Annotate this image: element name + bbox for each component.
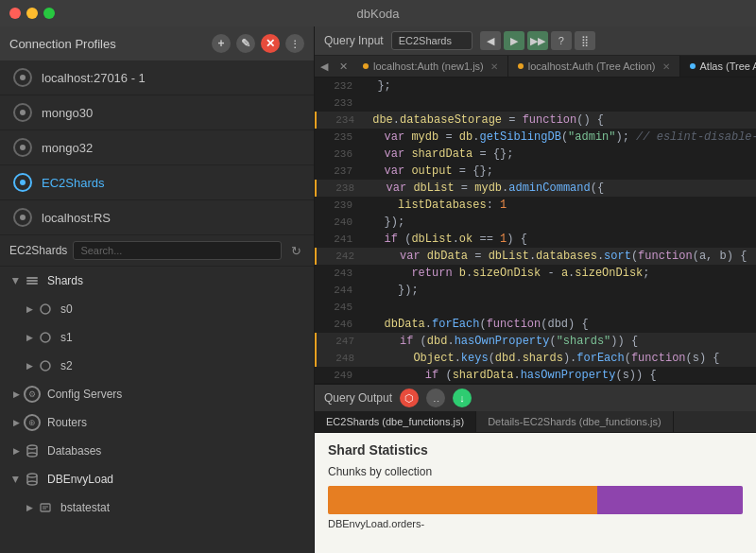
svg-point-6 xyxy=(27,445,37,449)
main-layout: Connection Profiles + ✎ ✕ ⋮ localhost:27… xyxy=(0,26,756,553)
connection-label: EC2Shards xyxy=(42,176,104,190)
output-content: Shard Statistics Chunks by collection DB… xyxy=(315,433,756,553)
bstatestat-icon xyxy=(36,498,55,517)
shards-label: Shards xyxy=(47,274,304,287)
chevron-icon: ▶ xyxy=(23,501,36,514)
svg-point-3 xyxy=(41,304,50,314)
config-servers-label: Config Servers xyxy=(47,388,304,401)
tree-connection-label: EC2Shards xyxy=(9,244,67,257)
tab-localhost-auth-new1[interactable]: localhost:Auth (new1.js) ✕ xyxy=(353,56,508,77)
play-button[interactable]: ▶ xyxy=(504,31,524,50)
connection-item-localhostrs[interactable]: localhost:RS xyxy=(0,200,314,235)
chevron-icon: ▶ xyxy=(9,473,23,486)
tree-group-routers[interactable]: ▶ ⊕ Routers xyxy=(0,408,314,437)
databases-label: Databases xyxy=(47,444,304,458)
chunks-by-collection-title: Chunks by collection xyxy=(328,465,743,478)
connection-profiles-header: Connection Profiles + ✎ ✕ ⋮ xyxy=(0,26,314,60)
shard-s1-label: s1 xyxy=(60,331,304,344)
code-editor[interactable]: 232 }; 233 234 dbe.databaseStorage = fun… xyxy=(315,78,756,383)
output-download-button[interactable]: ↓ xyxy=(453,389,472,407)
code-line: 245 xyxy=(315,299,756,316)
tree-group-dbenvyload[interactable]: ▶ DBEnvyLoad xyxy=(0,465,314,493)
shard-s1-icon xyxy=(36,328,55,347)
dbenvyload-label: DBEnvyLoad xyxy=(47,473,304,486)
sidebar: Connection Profiles + ✎ ✕ ⋮ localhost:27… xyxy=(0,26,315,553)
svg-point-4 xyxy=(41,333,50,342)
title-bar: dbKoda xyxy=(0,0,756,26)
minimize-button[interactable] xyxy=(26,8,38,19)
tab-nav-prev[interactable]: ◀ xyxy=(315,57,334,77)
tab-bar: ◀ ✕ localhost:Auth (new1.js) ✕ localhost… xyxy=(315,56,756,78)
refresh-button[interactable]: ↻ xyxy=(287,242,304,259)
right-panel: Query Input EC2Shards ◀ ▶ ▶▶ ? ⣿ ◀ ✕ loc… xyxy=(315,26,756,553)
code-line: 249 if (shardData.hasOwnProperty(s)) { xyxy=(315,367,756,383)
output-pause-button[interactable]: ‥ xyxy=(426,389,445,407)
search-input[interactable] xyxy=(73,241,282,260)
close-connection-button[interactable]: ✕ xyxy=(261,34,280,53)
tree-group-databases[interactable]: ▶ Databases xyxy=(0,437,314,465)
svg-point-9 xyxy=(27,481,37,485)
shards-icon xyxy=(23,271,42,290)
tree-item-s2[interactable]: ▶ s2 xyxy=(0,352,314,380)
tab-dot xyxy=(518,63,524,69)
routers-icon: ⊕ xyxy=(23,413,42,432)
connection-item-mongo30[interactable]: mongo30 xyxy=(0,95,314,130)
add-connection-button[interactable]: + xyxy=(212,34,231,53)
connection-icon xyxy=(13,173,32,192)
output-tabs: EC2Shards (dbe_functions.js) Details-EC2… xyxy=(315,411,756,433)
edit-connection-button[interactable]: ✎ xyxy=(236,34,255,53)
code-line: 236 var shardData = {}; xyxy=(315,146,756,163)
tab-label: localhost:Auth (new1.js) xyxy=(373,60,484,72)
svg-point-7 xyxy=(27,453,37,457)
menu-button[interactable]: ⣿ xyxy=(575,31,595,50)
app-title: dbKoda xyxy=(357,7,400,21)
connection-label: mongo30 xyxy=(42,106,93,120)
output-label: Query Output xyxy=(324,391,392,405)
tree-section: EC2Shards ↻ ▶ Shards ▶ xyxy=(0,235,314,553)
tab-dot xyxy=(363,63,369,69)
help-button[interactable]: ? xyxy=(551,31,572,50)
close-button[interactable] xyxy=(9,8,21,19)
tree-item-s1[interactable]: ▶ s1 xyxy=(0,323,314,352)
tab-close-icon[interactable]: ✕ xyxy=(490,61,498,72)
play-all-button[interactable]: ▶▶ xyxy=(527,31,548,50)
tree-group-config-servers[interactable]: ▶ ⚙ Config Servers xyxy=(0,380,314,408)
chevron-icon: ▶ xyxy=(9,274,23,287)
chevron-icon: ▶ xyxy=(23,359,36,372)
toolbar-buttons: ◀ ▶ ▶▶ ? ⣿ xyxy=(480,31,595,50)
routers-label: Routers xyxy=(47,416,304,429)
connection-icon xyxy=(13,208,32,227)
connection-label: localhost:27016 - 1 xyxy=(42,71,146,85)
svg-rect-10 xyxy=(41,504,50,511)
shard-s0-icon xyxy=(36,300,55,319)
bstatestat-label: bstatestat xyxy=(60,501,304,514)
output-tab-ec2shards[interactable]: EC2Shards (dbe_functions.js) xyxy=(315,411,476,432)
chevron-icon: ▶ xyxy=(9,388,23,401)
tab-label: Atlas (Tree Action xyxy=(700,60,757,72)
output-tab-details[interactable]: Details-EC2Shards (dbe_functions.js) xyxy=(476,411,673,432)
tree-group-shards[interactable]: ▶ Shards xyxy=(0,267,314,295)
tree-item-s0[interactable]: ▶ s0 xyxy=(0,295,314,323)
connection-item-mongo32[interactable]: mongo32 xyxy=(0,130,314,165)
tree-item-bstatestat[interactable]: ▶ bstatestat xyxy=(0,493,314,522)
window-controls xyxy=(9,8,55,19)
connection-profiles-title: Connection Profiles xyxy=(9,37,116,51)
chart-bar-fill xyxy=(328,486,743,514)
config-servers-icon: ⚙ xyxy=(23,385,42,404)
back-button[interactable]: ◀ xyxy=(480,31,501,50)
output-tab-label: EC2Shards (dbe_functions.js) xyxy=(326,416,464,427)
bar-segment-purple xyxy=(597,486,743,514)
tab-localhost-auth-tree[interactable]: localhost:Auth (Tree Action) ✕ xyxy=(508,56,680,77)
code-line-highlight: 238 var dbList = mydb.adminCommand({ xyxy=(315,180,756,197)
connection-select[interactable]: EC2Shards xyxy=(391,31,472,50)
more-options-button[interactable]: ⋮ xyxy=(285,34,304,53)
tab-close-icon[interactable]: ✕ xyxy=(662,61,670,72)
tab-nav-close[interactable]: ✕ xyxy=(334,57,353,77)
tab-atlas-tree[interactable]: Atlas (Tree Action ✕ xyxy=(680,56,757,77)
connection-item-localhost27016[interactable]: localhost:27016 - 1 xyxy=(0,60,314,95)
output-stop-button[interactable]: ⬡ xyxy=(400,389,419,407)
connection-label: mongo32 xyxy=(42,141,93,155)
code-line: 233 xyxy=(315,95,756,112)
maximize-button[interactable] xyxy=(43,8,55,19)
connection-item-ec2shards[interactable]: EC2Shards xyxy=(0,165,314,200)
